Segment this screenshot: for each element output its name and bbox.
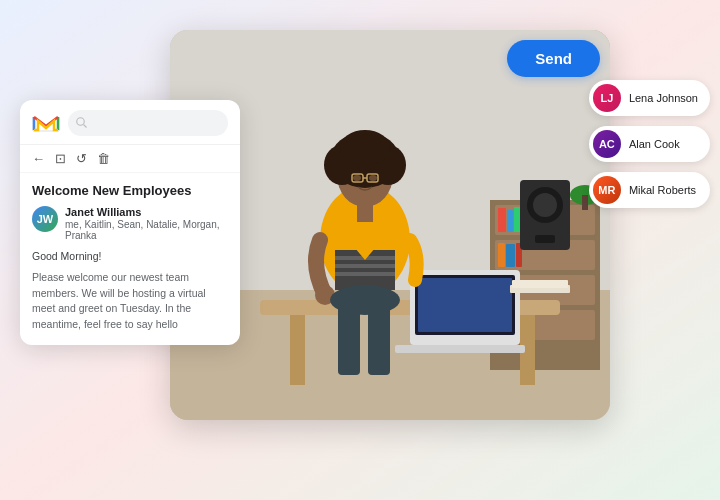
recipient-name-1: Lena Johnson xyxy=(629,92,698,104)
recipient-item: AC Alan Cook xyxy=(589,126,710,162)
svg-rect-29 xyxy=(395,345,525,353)
svg-rect-14 xyxy=(498,243,505,267)
email-body: Good Morning! Please welcome our newest … xyxy=(32,249,228,333)
svg-rect-15 xyxy=(506,244,515,267)
refresh-button[interactable]: ↺ xyxy=(76,151,87,166)
svg-rect-49 xyxy=(357,204,373,222)
send-button[interactable]: Send xyxy=(507,40,600,77)
recipient-avatar-2: AC xyxy=(593,130,621,158)
back-button[interactable]: ← xyxy=(32,151,45,166)
sender-name: Janet Williams xyxy=(65,206,228,218)
recipient-item: MR Mikal Roberts xyxy=(589,172,710,208)
svg-rect-24 xyxy=(290,315,305,385)
svg-rect-10 xyxy=(514,207,521,232)
gmail-toolbar: ← ⊡ ↺ 🗑 xyxy=(20,145,240,173)
search-icon xyxy=(76,117,88,129)
svg-rect-28 xyxy=(418,278,512,332)
gmail-email-content: Welcome New Employees JW Janet Williams … xyxy=(20,173,240,345)
recipients-panel: LJ Lena Johnson AC Alan Cook MR Mikal Ro… xyxy=(589,80,710,208)
recipient-name-3: Mikal Roberts xyxy=(629,184,696,196)
sender-to: me, Kaitlin, Sean, Natalie, Morgan, Pran… xyxy=(65,219,228,241)
svg-point-43 xyxy=(340,130,390,166)
archive-button[interactable]: ⊡ xyxy=(55,151,66,166)
gmail-card: ← ⊡ ↺ 🗑 Welcome New Employees JW Janet W… xyxy=(20,100,240,345)
recipient-item: LJ Lena Johnson xyxy=(589,80,710,116)
svg-point-55 xyxy=(77,118,85,126)
gmail-logo-icon xyxy=(32,112,60,134)
svg-rect-22 xyxy=(582,195,588,210)
email-greeting: Good Morning! xyxy=(32,249,228,265)
svg-rect-8 xyxy=(498,208,506,232)
svg-rect-37 xyxy=(335,264,395,268)
email-text: Please welcome our newest team members. … xyxy=(32,270,228,333)
svg-point-19 xyxy=(533,193,557,217)
svg-point-45 xyxy=(369,175,377,181)
svg-line-56 xyxy=(84,125,87,128)
recipient-avatar-3: MR xyxy=(593,176,621,204)
sender-info: Janet Williams me, Kaitlin, Sean, Natali… xyxy=(65,206,228,241)
recipient-name-2: Alan Cook xyxy=(629,138,680,150)
recipient-avatar-1: LJ xyxy=(593,84,621,112)
svg-rect-31 xyxy=(512,280,568,288)
delete-button[interactable]: 🗑 xyxy=(97,151,110,166)
svg-point-44 xyxy=(353,175,361,181)
sender-avatar: JW xyxy=(32,206,58,232)
email-subject: Welcome New Employees xyxy=(32,183,228,198)
gmail-header xyxy=(20,100,240,145)
scene: ← ⊡ ↺ 🗑 Welcome New Employees JW Janet W… xyxy=(0,0,720,500)
svg-point-53 xyxy=(330,285,400,315)
gmail-search-bar[interactable] xyxy=(68,110,228,136)
sender-row: JW Janet Williams me, Kaitlin, Sean, Nat… xyxy=(32,206,228,241)
svg-rect-38 xyxy=(335,272,395,276)
svg-rect-9 xyxy=(507,210,513,232)
svg-rect-20 xyxy=(535,235,555,243)
